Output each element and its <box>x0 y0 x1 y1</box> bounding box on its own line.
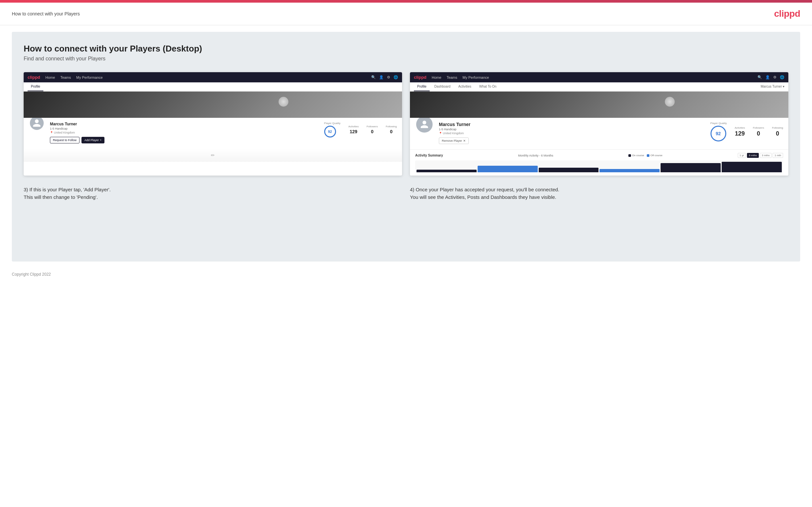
settings-icon-left[interactable]: ⚙ <box>387 75 390 79</box>
page-heading: How to connect with your Players (Deskto… <box>23 44 789 54</box>
app-navbar-left: clippd Home Teams My Performance 🔍 👤 ⚙ 🌐 <box>23 72 402 82</box>
stat-quality-left: Player Quality 92 <box>324 122 341 137</box>
profile-handicap-left: 1-5 Handicap <box>50 127 319 130</box>
clippd-logo: clippd <box>774 8 800 19</box>
nav-teams-right[interactable]: Teams <box>447 75 457 79</box>
stat-following-left: Following 0 <box>386 125 397 134</box>
avatar-right <box>415 115 434 133</box>
activity-legend: On course Off course <box>628 154 663 157</box>
add-player-button[interactable]: Add Player + <box>82 137 104 144</box>
globe-icon-left[interactable]: 🌐 <box>394 75 398 79</box>
edit-icon-left: ✏ <box>211 153 215 158</box>
app-tabs-left: Profile <box>23 82 402 92</box>
app-logo-right: clippd <box>414 75 426 80</box>
location-icon-right: 📍 <box>439 132 442 135</box>
profile-name-right: Marcus Turner <box>439 122 705 127</box>
stat-activities-left: Activities 129 <box>348 125 359 134</box>
time-3mths[interactable]: 3 mths <box>760 153 772 158</box>
quality-circle-right: 92 <box>711 126 726 142</box>
navbar-icons-right: 🔍 👤 ⚙ 🌐 <box>757 75 784 79</box>
request-follow-button[interactable]: Request to Follow <box>50 137 80 144</box>
oncourse-dot <box>628 154 631 157</box>
profile-area-left: Marcus Turner 1-5 Handicap 📍 United King… <box>23 118 402 149</box>
tab-dashboard-right[interactable]: Dashboard <box>431 82 454 91</box>
profile-info-left: Marcus Turner 1-5 Handicap 📍 United King… <box>50 122 319 144</box>
nav-myperformance-right[interactable]: My Performance <box>462 75 489 79</box>
top-accent-bar <box>0 0 812 3</box>
profile-location-left: 📍 United Kingdom <box>50 131 319 134</box>
time-1yr[interactable]: 1 yr <box>738 153 746 158</box>
page-subheading: Find and connect with your Players <box>23 56 789 62</box>
stat-activities-right: Activities 129 <box>734 126 745 137</box>
tab-profile-right[interactable]: Profile <box>414 82 429 91</box>
remove-player-button[interactable]: Remove Player ✕ <box>439 137 469 144</box>
screenshots-row: clippd Home Teams My Performance 🔍 👤 ⚙ 🌐… <box>23 72 789 176</box>
activity-title: Activity Summary <box>415 154 443 157</box>
bar-4 <box>600 169 660 172</box>
stat-following-right: Following 0 <box>772 126 783 137</box>
app-navbar-right: clippd Home Teams My Performance 🔍 👤 ⚙ 🌐 <box>410 72 789 82</box>
profile-info-right: Marcus Turner 1-5 Handicap 📍 United King… <box>439 122 705 144</box>
page-header: How to connect with your Players clippd <box>0 3 812 25</box>
profile-name-left: Marcus Turner <box>50 122 319 126</box>
screenshot-right: clippd Home Teams My Performance 🔍 👤 ⚙ 🌐… <box>410 72 789 176</box>
activity-summary-right: Activity Summary Monthly Activity - 6 Mo… <box>410 149 789 176</box>
offcourse-dot <box>647 154 649 157</box>
search-icon-left[interactable]: 🔍 <box>371 75 376 79</box>
bar-2 <box>477 166 538 172</box>
copyright-text: Copyright Clippd 2022 <box>12 272 51 277</box>
time-6mths[interactable]: 6 mths <box>747 153 759 158</box>
tab-player-name-right: Marcus Turner ▾ <box>761 82 784 91</box>
search-icon-right[interactable]: 🔍 <box>757 75 762 79</box>
main-content: How to connect with your Players (Deskto… <box>12 32 800 262</box>
globe-icon-right[interactable]: 🌐 <box>780 75 784 79</box>
bar-6 <box>722 162 782 172</box>
activity-period: Monthly Activity - 6 Months <box>518 154 553 157</box>
screenshot-left: clippd Home Teams My Performance 🔍 👤 ⚙ 🌐… <box>23 72 402 176</box>
legend-oncourse: On course <box>628 154 644 157</box>
profile-handicap-right: 1-5 Handicap <box>439 128 705 131</box>
caption-left: 3) If this is your Player tap, 'Add Play… <box>23 186 402 201</box>
bar-3 <box>539 168 599 172</box>
captions-row: 3) If this is your Player tap, 'Add Play… <box>23 186 789 201</box>
navbar-icons-left: 🔍 👤 ⚙ 🌐 <box>371 75 398 79</box>
location-icon-left: 📍 <box>50 131 53 134</box>
user-icon-right[interactable]: 👤 <box>765 75 770 79</box>
bar-1 <box>416 170 476 172</box>
hero-image-right <box>410 92 789 118</box>
tab-profile-left[interactable]: Profile <box>28 82 43 91</box>
profile-location-right: 📍 United Kingdom <box>439 131 705 135</box>
profile-stats-right: Player Quality 92 Activities 129 Followe… <box>711 122 783 142</box>
nav-home-left[interactable]: Home <box>45 75 55 79</box>
time-buttons: 1 yr 6 mths 3 mths 1 mth <box>738 153 783 158</box>
nav-home-right[interactable]: Home <box>432 75 441 79</box>
stat-quality-right: Player Quality 92 <box>711 122 727 142</box>
tab-whattowork-right[interactable]: What To On <box>476 82 500 91</box>
time-1mth[interactable]: 1 mth <box>773 153 783 158</box>
plus-icon: + <box>100 138 101 142</box>
close-icon-remove: ✕ <box>463 139 466 143</box>
profile-buttons-right: Remove Player ✕ <box>439 137 705 144</box>
profile-area-right: Marcus Turner 1-5 Handicap 📍 United King… <box>410 118 789 149</box>
legend-offcourse: Off course <box>647 154 663 157</box>
activity-chart <box>415 161 783 172</box>
app-bottom-fade-left: ✏ <box>23 149 402 162</box>
stat-followers-right: Followers 0 <box>753 126 764 137</box>
profile-buttons-left: Request to Follow Add Player + <box>50 137 319 144</box>
nav-teams-left[interactable]: Teams <box>60 75 71 79</box>
app-tabs-right: Profile Dashboard Activities What To On … <box>410 82 789 92</box>
profile-stats-left: Player Quality 92 Activities 129 Followe… <box>324 122 397 137</box>
stat-followers-left: Followers 0 <box>367 125 378 134</box>
tab-activities-right[interactable]: Activities <box>455 82 474 91</box>
activity-header: Activity Summary Monthly Activity - 6 Mo… <box>415 153 783 158</box>
settings-icon-right[interactable]: ⚙ <box>773 75 776 79</box>
header-title: How to connect with your Players <box>12 11 80 16</box>
page-footer: Copyright Clippd 2022 <box>0 268 812 281</box>
user-icon-left[interactable]: 👤 <box>379 75 384 79</box>
caption-right: 4) Once your Player has accepted your re… <box>410 186 789 201</box>
bar-5 <box>661 163 721 172</box>
nav-myperformance-left[interactable]: My Performance <box>76 75 103 79</box>
app-logo-left: clippd <box>28 75 40 80</box>
quality-circle-left: 92 <box>324 126 336 137</box>
hero-image-left <box>23 92 402 118</box>
